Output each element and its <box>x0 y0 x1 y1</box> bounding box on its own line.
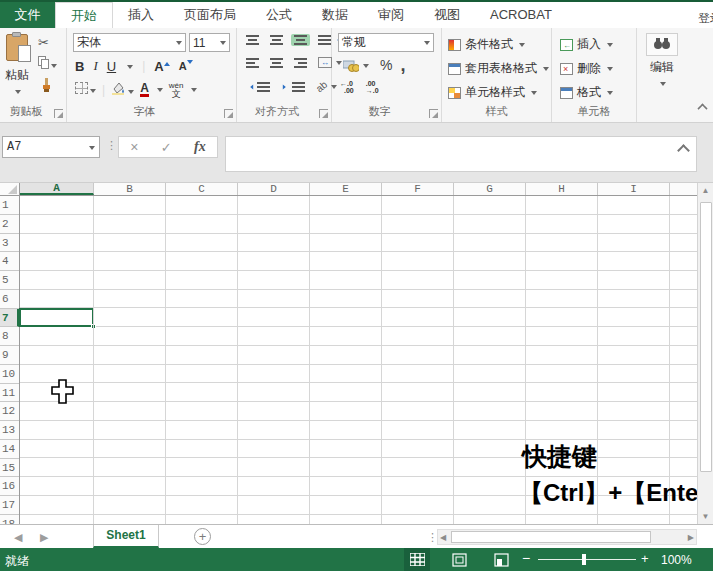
accounting-format-button[interactable] <box>340 58 372 73</box>
vertical-scrollbar[interactable]: ▲ ▼ <box>697 183 713 524</box>
borders-button[interactable] <box>75 82 96 97</box>
format-painter-button[interactable] <box>39 78 53 95</box>
horizontal-scroll-thumb[interactable] <box>451 531 651 543</box>
clipboard-dialog-launcher[interactable] <box>54 109 63 118</box>
ribbon-tab-公式[interactable]: 公式 <box>251 2 307 28</box>
copy-button[interactable] <box>38 56 57 72</box>
column-header-I[interactable]: I <box>598 183 670 195</box>
cut-button[interactable]: ✂ <box>38 35 49 50</box>
row-header-7[interactable]: 7 <box>0 309 19 328</box>
decrease-indent-button[interactable] <box>243 81 273 93</box>
sheet-nav-left-icon[interactable]: ◀ <box>14 531 22 544</box>
font-color-button[interactable]: A <box>140 83 149 97</box>
column-header-H[interactable]: H <box>526 183 598 195</box>
zoom-slider-thumb[interactable] <box>582 554 586 565</box>
scroll-left-icon[interactable]: ◀ <box>440 533 446 542</box>
column-header-B[interactable]: B <box>94 183 166 195</box>
editing-dropdown[interactable] <box>660 82 666 89</box>
ribbon-tab-插入[interactable]: 插入 <box>113 2 169 28</box>
ribbon-tab-数据[interactable]: 数据 <box>307 2 363 28</box>
row-header-2[interactable]: 2 <box>0 215 19 234</box>
percent-button[interactable]: % <box>380 57 392 73</box>
increase-decimal-button[interactable]: ←.0.00 <box>340 80 354 94</box>
row-header-13[interactable]: 13 <box>0 421 19 440</box>
formula-input[interactable] <box>225 136 697 172</box>
font-color-dropdown[interactable] <box>157 88 163 95</box>
row-header-3[interactable]: 3 <box>0 234 19 253</box>
row-header-9[interactable]: 9 <box>0 346 19 365</box>
normal-view-button[interactable] <box>404 548 430 571</box>
collapse-ribbon-button[interactable] <box>698 102 707 116</box>
ribbon-tab-开始[interactable]: 开始 <box>55 2 113 28</box>
number-format-combo[interactable]: 常规 <box>338 33 434 52</box>
underline-dropdown[interactable] <box>127 65 133 72</box>
font-size-combo[interactable]: 11 <box>189 33 230 52</box>
vertical-scroll-thumb[interactable] <box>700 202 712 472</box>
row-header-11[interactable]: 11 <box>0 384 19 403</box>
ribbon-tab-视图[interactable]: 视图 <box>419 2 475 28</box>
cells-area[interactable] <box>20 196 697 524</box>
delete-cells-button[interactable]: × 删除 <box>560 60 613 77</box>
row-header-18[interactable]: 18 <box>0 515 19 524</box>
decrease-decimal-button[interactable]: .00→.0 <box>366 80 379 94</box>
row-header-10[interactable]: 10 <box>0 365 19 384</box>
zoom-out-button[interactable]: − <box>522 550 530 566</box>
ribbon-tab-ACROBAT[interactable]: ACROBAT <box>475 2 567 28</box>
zoom-in-button[interactable]: + <box>641 551 649 566</box>
shrink-font-button[interactable]: A <box>179 60 193 72</box>
zoom-level[interactable]: 100% <box>661 553 692 567</box>
enter-icon[interactable]: ✓ <box>161 140 172 155</box>
sign-in-link[interactable]: 登录 <box>698 10 713 27</box>
row-header-4[interactable]: 4 <box>0 252 19 271</box>
row-header-5[interactable]: 5 <box>0 271 19 290</box>
grow-font-button[interactable]: A <box>154 59 169 74</box>
row-header-8[interactable]: 8 <box>0 327 19 346</box>
cancel-icon[interactable]: × <box>130 139 138 155</box>
increase-indent-button[interactable] <box>278 81 308 93</box>
fill-color-button[interactable] <box>111 81 134 98</box>
column-header-D[interactable]: D <box>238 183 310 195</box>
align-middle-button[interactable] <box>267 34 286 46</box>
column-header-C[interactable]: C <box>166 183 238 195</box>
conditional-formatting-button[interactable]: 条件格式 <box>448 36 525 53</box>
bold-button[interactable]: B <box>75 59 84 74</box>
sheet-nav-right-icon[interactable]: ▶ <box>40 531 48 544</box>
row-header-17[interactable]: 17 <box>0 496 19 515</box>
name-box[interactable]: A7 <box>2 136 100 158</box>
insert-cells-button[interactable]: ← 插入 <box>560 36 613 53</box>
row-header-15[interactable]: 15 <box>0 459 19 478</box>
align-left-button[interactable] <box>243 57 262 69</box>
select-all-corner[interactable] <box>0 183 20 196</box>
ribbon-tab-file[interactable]: 文件 <box>0 2 55 28</box>
column-header-A[interactable]: A <box>20 183 94 195</box>
insert-function-button[interactable]: fx <box>194 139 206 155</box>
align-center-button[interactable] <box>267 57 286 69</box>
column-header-G[interactable]: G <box>454 183 526 195</box>
page-layout-view-button[interactable] <box>446 548 472 571</box>
align-right-button[interactable] <box>291 57 310 69</box>
cell-styles-button[interactable]: 单元格样式 <box>448 84 537 101</box>
row-header-12[interactable]: 12 <box>0 402 19 421</box>
font-name-combo[interactable]: 宋体 <box>73 33 186 52</box>
column-header-partial[interactable] <box>670 183 697 195</box>
comma-button[interactable]: , <box>400 61 405 69</box>
alignment-dialog-launcher[interactable] <box>319 109 328 118</box>
format-as-table-button[interactable]: 套用表格格式 <box>448 60 549 77</box>
new-sheet-button[interactable]: + <box>194 528 211 545</box>
editing-button[interactable]: 编辑 <box>644 33 680 90</box>
horizontal-scrollbar[interactable]: ◀ ▶ <box>437 529 697 545</box>
column-header-E[interactable]: E <box>310 183 382 195</box>
italic-button[interactable]: I <box>93 58 97 74</box>
row-header-1[interactable]: 1 <box>0 196 19 215</box>
copy-dropdown[interactable] <box>51 64 57 71</box>
row-header-16[interactable]: 16 <box>0 477 19 496</box>
paste-button[interactable]: 粘贴 <box>5 34 29 98</box>
format-cells-button[interactable]: 格式 <box>560 84 613 101</box>
expand-formula-bar-icon[interactable] <box>677 144 690 157</box>
scroll-up-icon[interactable]: ▲ <box>698 186 713 195</box>
ribbon-tab-审阅[interactable]: 审阅 <box>363 2 419 28</box>
name-box-splitter[interactable]: ⋮ <box>106 139 117 152</box>
font-dialog-launcher[interactable] <box>224 109 233 118</box>
column-header-F[interactable]: F <box>382 183 454 195</box>
sheet-tab-sheet1[interactable]: Sheet1 <box>93 525 159 548</box>
